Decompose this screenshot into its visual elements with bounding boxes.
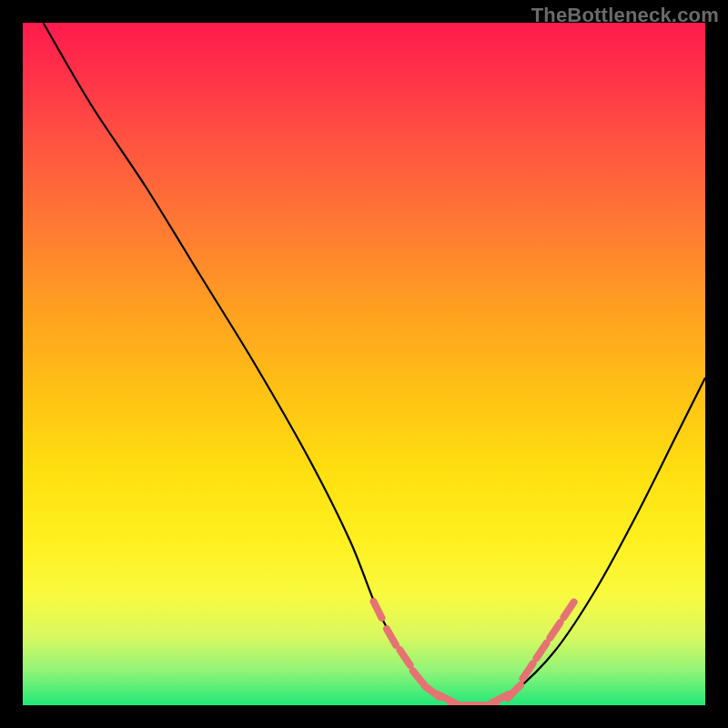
highlight-dash [536,643,546,659]
chart-frame: TheBottleneck.com [0,0,728,728]
highlight-dash [563,602,573,618]
highlight-dash [374,602,382,618]
highlight-markers [374,602,574,705]
highlight-dash [550,622,560,638]
highlight-dash [508,685,521,698]
plot-area [23,23,705,705]
highlight-dash [387,629,396,644]
highlight-dash [399,650,410,665]
curve-svg [23,23,705,705]
highlight-dash [413,671,424,685]
watermark-text: TheBottleneck.com [531,4,719,27]
